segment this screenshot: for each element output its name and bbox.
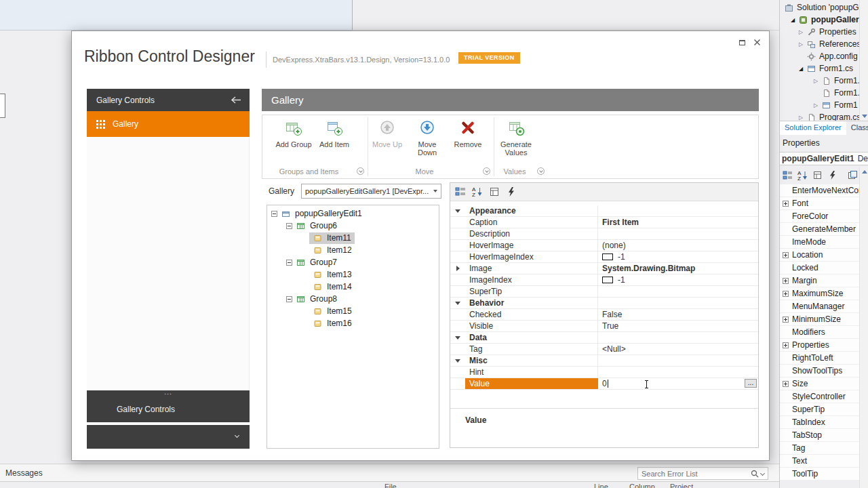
sidebar-collapse-bar[interactable] <box>87 425 250 449</box>
property-value[interactable] <box>598 228 758 239</box>
events-icon[interactable] <box>827 170 837 180</box>
generate-values-button[interactable]: Generate Values <box>495 119 537 157</box>
error-list-search[interactable] <box>637 467 768 480</box>
categorized-icon[interactable] <box>455 186 466 197</box>
maximize-button[interactable] <box>736 37 747 47</box>
categorized-icon[interactable] <box>783 170 793 180</box>
solution-explorer-item[interactable]: ▷ Properties <box>780 26 859 38</box>
property-pages-icon[interactable] <box>848 170 858 180</box>
properties-icon[interactable] <box>812 170 823 180</box>
property-name[interactable]: HoverImageIndex <box>465 251 598 262</box>
property-value[interactable]: <Null> <box>598 344 758 354</box>
solution-explorer-item[interactable]: ▷ Form1 <box>780 99 859 111</box>
property-value[interactable]: -1 <box>598 274 758 285</box>
tree-node-item[interactable]: Item16 <box>267 317 439 329</box>
solution-explorer-item[interactable]: ▷ References <box>780 38 859 50</box>
search-icon[interactable] <box>749 470 761 478</box>
expand-plus-icon[interactable] <box>783 278 789 284</box>
tree-node-group[interactable]: Group6 <box>267 220 439 232</box>
back-arrow-icon[interactable] <box>231 96 241 104</box>
move-up-button[interactable]: Move Up <box>368 119 406 148</box>
solution-explorer-item[interactable]: App.config <box>780 50 859 62</box>
property-name[interactable]: Hint <box>465 367 598 378</box>
ellipsis-button[interactable]: ... <box>745 379 757 388</box>
solution-explorer-item[interactable]: Solution 'popupGalleryEdit' <box>780 1 859 14</box>
property-value[interactable]: First Item <box>598 217 758 228</box>
tab-class-view[interactable]: Class View <box>846 121 868 135</box>
property-name[interactable]: Visible <box>465 321 598 331</box>
expanded-arrow-icon[interactable]: ◢ <box>799 65 806 73</box>
sort-az-icon[interactable]: AZ <box>797 170 808 180</box>
property-row[interactable]: RightToLeft <box>780 352 859 365</box>
scroll-up-arrow-icon[interactable] <box>862 170 867 174</box>
category-row-data[interactable]: Data <box>450 332 758 344</box>
tree-node-item[interactable]: Item15 <box>267 305 439 317</box>
property-name[interactable]: Image <box>465 263 598 274</box>
property-value[interactable]: System.Drawing.Bitmap <box>598 263 758 274</box>
expand-plus-icon[interactable] <box>783 252 789 258</box>
property-pages-icon[interactable] <box>489 186 500 197</box>
column-header-file[interactable]: File <box>384 483 397 488</box>
collapsed-arrow-icon[interactable]: ▷ <box>814 102 821 109</box>
property-row[interactable]: Margin <box>780 274 859 287</box>
property-row[interactable]: Font <box>780 197 859 210</box>
collapse-minus-icon[interactable] <box>271 211 277 217</box>
property-row-description[interactable]: Description <box>450 228 758 240</box>
properties-scrollbar[interactable] <box>859 167 868 488</box>
group-options-button[interactable] <box>537 167 545 175</box>
search-input[interactable] <box>638 470 749 478</box>
property-row[interactable]: ImeMode <box>780 236 859 249</box>
property-row[interactable]: Properties <box>780 339 859 352</box>
solution-explorer-item[interactable]: ▷ Form1.Designer.cs <box>780 75 859 87</box>
property-row-tag[interactable]: Tag <Null> <box>450 344 758 355</box>
property-row[interactable]: ShowToolTips <box>780 365 859 378</box>
close-button[interactable] <box>751 37 762 47</box>
property-row-caption[interactable]: Caption First Item <box>450 217 758 228</box>
tree-node-group[interactable]: Group7 <box>267 256 439 268</box>
expand-plus-icon[interactable] <box>783 317 789 323</box>
sidebar-footer[interactable]: Gallery Controls <box>87 396 250 422</box>
property-name[interactable]: HoverImage <box>465 240 598 251</box>
solution-explorer-item[interactable]: ◢ Form1.cs <box>780 62 859 75</box>
tree-node-item[interactable]: Item13 <box>267 268 439 281</box>
expand-plus-icon[interactable] <box>783 381 789 387</box>
property-row[interactable]: SuperTip <box>780 403 859 416</box>
property-value[interactable]: (none) <box>598 240 758 251</box>
sidebar-item-gallery[interactable]: Gallery <box>87 111 250 137</box>
category-row-appearance[interactable]: Appearance <box>450 205 758 217</box>
property-row[interactable]: MaximumSize <box>780 287 859 300</box>
collapsed-arrow-icon[interactable]: ▷ <box>799 114 806 121</box>
property-row[interactable]: Locked <box>780 262 859 274</box>
collapse-minus-icon[interactable] <box>286 296 292 302</box>
tree-node-root[interactable]: popupGalleryEdit1 <box>267 207 439 220</box>
scroll-down-arrow-icon[interactable] <box>862 115 867 118</box>
property-row[interactable]: ToolTip <box>780 468 859 481</box>
events-icon[interactable] <box>506 186 517 197</box>
collapsed-arrow-icon[interactable]: ▷ <box>799 41 806 48</box>
property-row-supertip[interactable]: SuperTip <box>450 286 758 298</box>
property-value-editor[interactable]: 0 ... <box>598 378 758 389</box>
property-row[interactable]: GenerateMember <box>780 223 859 236</box>
property-row-imageindex[interactable]: ImageIndex -1 <box>450 274 758 286</box>
property-row-hoverimageindex[interactable]: HoverImageIndex -1 <box>450 251 758 263</box>
property-row[interactable]: Location <box>780 249 859 262</box>
property-value[interactable]: False <box>598 309 758 320</box>
property-value[interactable]: True <box>598 321 758 331</box>
remove-button[interactable]: Remove <box>449 119 487 148</box>
solution-explorer-item[interactable]: ◢ popupGalleryEdit <box>780 14 859 26</box>
property-row-value[interactable]: Value 0 ... <box>450 378 758 390</box>
expand-plus-icon[interactable] <box>783 342 789 348</box>
property-row[interactable]: EnterMoveNextControl <box>780 184 859 197</box>
column-header-line[interactable]: Line <box>594 483 608 488</box>
combobox-dropdown-icon[interactable] <box>430 190 441 192</box>
property-value[interactable]: -1 <box>598 251 758 262</box>
category-row-behavior[interactable]: Behavior <box>450 298 758 309</box>
property-row-image[interactable]: Image System.Drawing.Bitmap <box>450 263 758 274</box>
property-value[interactable] <box>598 286 758 297</box>
tree-node-item[interactable]: Item12 <box>267 244 439 256</box>
property-name[interactable]: Caption <box>465 217 598 228</box>
property-name[interactable]: Checked <box>465 309 598 320</box>
property-name[interactable]: SuperTip <box>465 286 598 297</box>
solution-explorer-item[interactable]: Form1.resx <box>780 87 859 99</box>
search-options-chevron-icon[interactable] <box>760 471 765 476</box>
